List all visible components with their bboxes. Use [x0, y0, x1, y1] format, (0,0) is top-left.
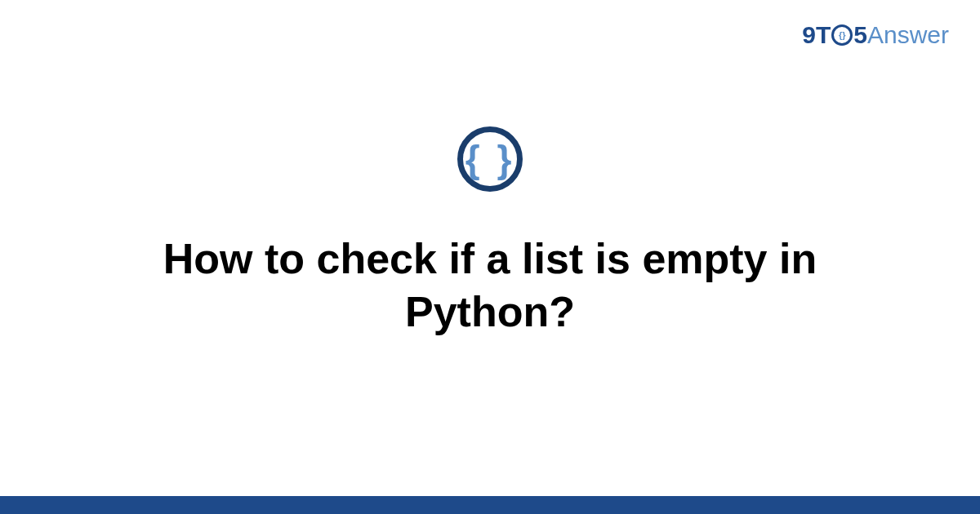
category-icon-circle: { }	[457, 126, 523, 192]
question-title: How to check if a list is empty in Pytho…	[82, 233, 898, 339]
main-content: { } How to check if a list is empty in P…	[0, 0, 980, 514]
bottom-accent-bar	[0, 496, 980, 514]
braces-icon: { }	[466, 140, 515, 178]
